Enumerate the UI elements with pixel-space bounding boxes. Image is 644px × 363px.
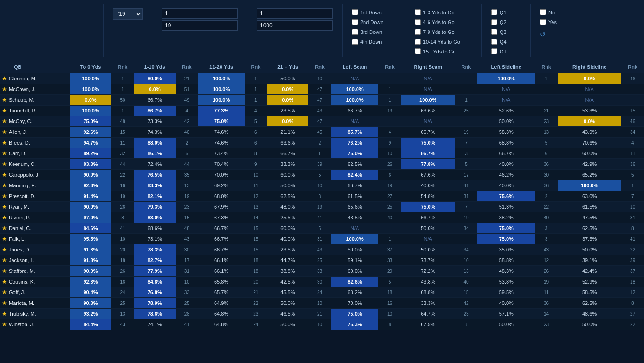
week-max-input[interactable] (162, 20, 238, 31)
col-rnk4[interactable]: Rnk (308, 61, 331, 73)
rank-cell: 1 (378, 84, 401, 95)
stat-cell: 95.5% (70, 234, 111, 244)
yards-4-6-checkbox[interactable] (415, 19, 421, 25)
no-label: No (548, 10, 555, 15)
col-rnk2[interactable]: Rnk (176, 61, 198, 73)
col-right-seam[interactable]: Right Seam (401, 61, 455, 73)
col-qb[interactable]: QB (0, 61, 70, 73)
yards-15plus-checkbox[interactable] (415, 48, 421, 54)
rank-cell (621, 84, 644, 95)
rank-cell: 23 (455, 309, 478, 319)
rank-cell: 8 (245, 148, 267, 159)
stat-cell: 50.0% (477, 319, 535, 330)
stat-cell: 66.7% (401, 127, 455, 138)
stat-cell: 90.3% (70, 298, 111, 309)
rank-cell: 6 (176, 148, 198, 159)
rank-cell: 8 (378, 319, 401, 330)
stat-cell: 35.0% (477, 244, 535, 255)
q1-checkbox[interactable] (491, 9, 497, 15)
col-rnk6[interactable]: Rnk (455, 61, 478, 73)
down-2nd-row: 2nd Down (352, 19, 396, 25)
qb-name: Winston, J. (9, 322, 34, 327)
rank-cell: 12 (535, 255, 558, 266)
yards-10-14-checkbox[interactable] (415, 39, 421, 45)
rank-cell: 34 (455, 223, 478, 234)
attempt-max-input[interactable] (257, 20, 333, 31)
stat-cell: 100.0% (331, 95, 378, 106)
stat-cell: 67.5% (401, 319, 455, 330)
rank-cell: 6 (535, 148, 558, 159)
col-rnk7[interactable]: Rnk (535, 61, 558, 73)
stat-cell: 50.0% (267, 180, 308, 191)
col-to0yds[interactable]: To 0 Yds (70, 61, 111, 73)
yards-7-9-checkbox[interactable] (415, 29, 421, 35)
weeks-filter (158, 4, 241, 57)
attempt-min-input[interactable] (257, 8, 333, 19)
yards-1-3-checkbox[interactable] (415, 9, 421, 15)
stat-cell: 84.8% (134, 277, 176, 287)
rank-cell: 21 (308, 309, 331, 319)
stat-cell: 77.3% (198, 106, 245, 116)
down-4th-checkbox[interactable] (352, 39, 358, 45)
stat-cell: 0.0% (267, 84, 308, 95)
star-icon: ★ (2, 129, 7, 135)
stat-cell: 50.0% (401, 223, 455, 234)
yes-checkbox[interactable] (540, 19, 546, 25)
down-4th-row: 4th Down (352, 39, 396, 45)
star-icon: ★ (2, 225, 7, 231)
q1-row: Q1 (491, 9, 521, 15)
ot-row: OT (491, 48, 521, 54)
q4-checkbox[interactable] (491, 39, 497, 45)
q3-checkbox[interactable] (491, 29, 497, 35)
rank-cell: 31 (308, 234, 331, 244)
rank-cell (621, 95, 644, 106)
stat-cell: 40.0% (267, 234, 308, 244)
col-rnk5[interactable]: Rnk (378, 61, 401, 73)
rank-cell: 33 (378, 255, 401, 266)
rank-cell: 10 (308, 319, 331, 330)
col-left-seam[interactable]: Left Seam (331, 61, 378, 73)
table-row: ★Falk, L.95.5%1073.1%4366.7%1540.0%31100… (0, 234, 644, 244)
week-min-input[interactable] (162, 8, 238, 19)
down-1st-checkbox[interactable] (352, 9, 358, 15)
col-rnk1[interactable]: Rnk (111, 61, 134, 73)
col-rnk3[interactable]: Rnk (245, 61, 267, 73)
down-3rd-checkbox[interactable] (352, 29, 358, 35)
reset-button[interactable]: ↺ (540, 31, 598, 38)
col-11-20yds[interactable]: 11-20 Yds (198, 61, 245, 73)
ot-checkbox[interactable] (491, 48, 497, 54)
rank-cell: 19 (111, 191, 134, 202)
table-row: ★Mariota, M.90.3%2578.9%2564.9%2250.0%10… (0, 298, 644, 309)
col-21plus[interactable]: 21 + Yds (267, 61, 308, 73)
table-row: ★Allen, J.92.6%1574.3%4074.6%621.1%4585.… (0, 127, 644, 138)
rank-cell: 23 (535, 319, 558, 330)
col-1-10yds[interactable]: 1-10 Yds (134, 61, 176, 73)
stat-cell: 65.2% (558, 170, 621, 180)
qb-cell: ★Jones, D. (0, 244, 70, 255)
table-row: ★Rivers, P.97.0%883.0%1567.3%1425.5%4148… (0, 212, 644, 223)
down-2nd-checkbox[interactable] (352, 19, 358, 25)
rank-cell: 43 (176, 234, 198, 244)
stat-cell: 0.0% (558, 73, 621, 84)
qb-cell: ★Keenum, C. (0, 159, 70, 169)
rank-cell: 6 (378, 170, 401, 180)
stat-cell: 68.2% (331, 287, 378, 298)
rank-cell: 43 (308, 106, 331, 116)
stat-cell: 64.7% (401, 309, 455, 319)
rank-cell: 24 (245, 319, 267, 330)
q2-checkbox[interactable] (491, 19, 497, 25)
rank-cell (378, 116, 401, 127)
qb-cell: ★Cousins, K. (0, 277, 70, 287)
col-rnk8[interactable]: Rnk (621, 61, 644, 73)
stat-cell: 25.5% (267, 212, 308, 223)
col-right-sideline[interactable]: Right Sideline (558, 61, 621, 73)
rank-cell: 5 (308, 223, 331, 234)
stat-cell: 60.0% (558, 148, 621, 159)
qb-cell: ★Brees, D. (0, 138, 70, 148)
season-select[interactable]: '19 (113, 8, 143, 20)
star-icon: ★ (2, 289, 7, 296)
no-checkbox[interactable] (540, 9, 546, 15)
col-left-sideline[interactable]: Left Sideline (477, 61, 535, 73)
stat-cell: 64.9% (198, 298, 245, 309)
rank-cell: 28 (176, 309, 198, 319)
